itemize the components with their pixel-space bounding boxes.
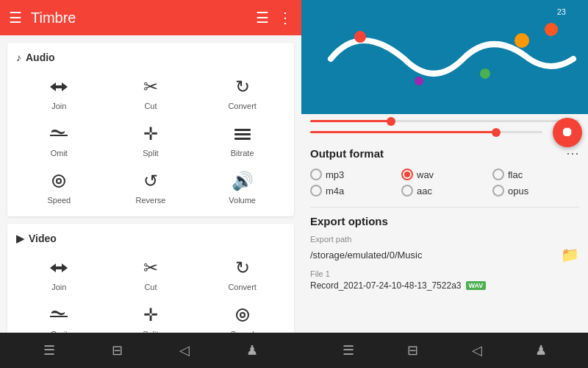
format-wav[interactable]: wav <box>401 169 488 180</box>
nav-back-icon[interactable]: ◁ <box>179 342 190 358</box>
audio-omit-tool[interactable]: Omit <box>16 119 102 160</box>
record-fab-container: ⏺ <box>553 118 582 147</box>
reverse-icon: ↺ <box>143 169 158 193</box>
more-icon[interactable]: ⋮ <box>278 9 293 26</box>
nav-right-home-icon[interactable]: ⊟ <box>407 342 418 358</box>
bottom-nav-right: ☰ ⊟ ◁ ♟ <box>301 333 588 368</box>
output-format-more-icon[interactable]: ⋯ <box>566 145 579 161</box>
cut-icon: ✂ <box>143 75 158 99</box>
video-section-title: ▶ Video <box>16 233 285 244</box>
video-convert-icon: ↻ <box>235 256 250 280</box>
output-format-title: Output format <box>310 147 384 160</box>
format-mp3[interactable]: mp3 <box>310 169 397 180</box>
format-aac[interactable]: aac <box>401 185 488 197</box>
join-icon <box>49 75 69 99</box>
video-join-tool[interactable]: Join <box>16 253 102 294</box>
folder-icon[interactable]: 📁 <box>561 246 579 263</box>
second-progress-thumb[interactable] <box>492 128 501 137</box>
right-panel: 23 ⏺ Out <box>301 0 588 368</box>
svg-point-5 <box>57 179 61 183</box>
video-card: ▶ Video Join ✂ Cut <box>7 224 294 333</box>
nav-menu-icon[interactable]: ☰ <box>43 342 55 358</box>
video-join-icon <box>49 256 69 280</box>
video-preview: 23 <box>301 0 588 114</box>
opus-radio[interactable] <box>492 185 504 197</box>
video-bg: 23 <box>301 0 588 114</box>
nav-right-back-icon[interactable]: ◁ <box>472 342 482 358</box>
audio-join-tool[interactable]: Join <box>16 72 102 113</box>
format-flac[interactable]: flac <box>492 169 579 180</box>
nav-right-menu-icon[interactable]: ☰ <box>343 342 354 358</box>
video-omit-icon <box>49 303 69 327</box>
svg-point-13 <box>514 33 529 48</box>
wav-radio-dot <box>404 171 410 177</box>
video-content-svg: 23 <box>301 0 588 114</box>
record-icon: ⏺ <box>561 124 574 140</box>
audio-volume-tool[interactable]: 🔊 Volume <box>199 166 285 208</box>
record-button[interactable]: ⏺ <box>553 118 582 147</box>
video-split-icon: ✛ <box>143 303 158 327</box>
svg-rect-2 <box>234 133 251 135</box>
omit-icon <box>49 122 69 146</box>
export-path-row: /storage/emulated/0/Music 📁 <box>310 246 579 263</box>
file-label: File 1 <box>310 269 579 278</box>
split-icon: ✛ <box>143 122 158 146</box>
video-split-tool[interactable]: ✛ Split <box>108 300 194 333</box>
export-options-title: Export options <box>310 215 579 227</box>
svg-point-14 <box>480 68 490 79</box>
top-bar: ☰ Timbre ☰ ⋮ <box>0 0 301 35</box>
wav-radio[interactable] <box>401 169 413 180</box>
svg-point-15 <box>545 23 558 36</box>
audio-convert-tool[interactable]: ↻ Convert <box>199 72 285 113</box>
audio-cut-tool[interactable]: ✂ Cut <box>108 72 194 113</box>
format-m4a[interactable]: m4a <box>310 185 397 197</box>
video-cut-icon: ✂ <box>143 256 158 280</box>
speed-icon <box>49 169 69 193</box>
svg-point-8 <box>240 313 245 317</box>
video-cut-tool[interactable]: ✂ Cut <box>108 253 194 294</box>
video-title-icon: ▶ <box>16 233 24 244</box>
nav-person-icon[interactable]: ♟ <box>246 342 258 358</box>
output-format-header: Output format ⋯ <box>310 145 579 161</box>
svg-point-12 <box>354 31 366 43</box>
audio-bitrate-tool[interactable]: Bitrate <box>199 119 285 160</box>
m4a-radio[interactable] <box>310 185 322 197</box>
mp3-radio[interactable] <box>310 169 322 180</box>
svg-point-4 <box>53 175 65 187</box>
list-icon[interactable]: ☰ <box>256 9 269 26</box>
bottom-nav: ☰ ⊟ ◁ ♟ <box>0 333 301 368</box>
first-progress-track[interactable] <box>310 120 579 122</box>
aac-radio[interactable] <box>401 185 413 197</box>
audio-section-title: ♪ Audio <box>16 52 285 63</box>
nav-home-icon[interactable]: ⊟ <box>112 342 123 358</box>
convert-icon: ↻ <box>235 75 250 99</box>
first-progress-area <box>301 114 588 128</box>
audio-split-tool[interactable]: ✛ Split <box>108 119 194 160</box>
flac-radio[interactable] <box>492 169 504 180</box>
video-omit-tool[interactable]: Omit <box>16 300 102 333</box>
first-progress-thumb[interactable] <box>387 117 395 126</box>
second-progress-area: ⏺ <box>301 128 588 136</box>
menu-icon[interactable]: ☰ <box>9 9 22 26</box>
format-opus[interactable]: opus <box>492 185 579 197</box>
second-progress-track[interactable] <box>310 131 542 133</box>
volume-icon: 🔊 <box>232 169 254 193</box>
video-tools-grid: Join ✂ Cut ↻ Convert O <box>16 253 285 333</box>
right-content: Output format ⋯ mp3 wav <box>301 136 588 333</box>
video-speed-tool[interactable]: Speed <box>199 300 285 333</box>
export-path-label: Export path <box>310 235 579 244</box>
nav-right-person-icon[interactable]: ♟ <box>535 342 547 358</box>
divider <box>310 207 579 208</box>
svg-rect-1 <box>234 129 251 131</box>
file-ext-badge: WAV <box>466 281 487 290</box>
video-convert-tool[interactable]: ↻ Convert <box>199 253 285 294</box>
svg-point-16 <box>415 77 423 85</box>
svg-text:23: 23 <box>557 7 566 16</box>
first-progress-fill <box>310 120 391 122</box>
video-speed-icon <box>232 303 253 327</box>
file-name: Record_2021-07-24-10-48-13_7522a3 <box>310 280 462 291</box>
audio-reverse-tool[interactable]: ↺ Reverse <box>108 166 194 208</box>
left-content: ♪ Audio Join ✂ Cut <box>0 35 301 333</box>
file-row: Record_2021-07-24-10-48-13_7522a3 WAV <box>310 280 579 291</box>
audio-speed-tool[interactable]: Speed <box>16 166 102 208</box>
